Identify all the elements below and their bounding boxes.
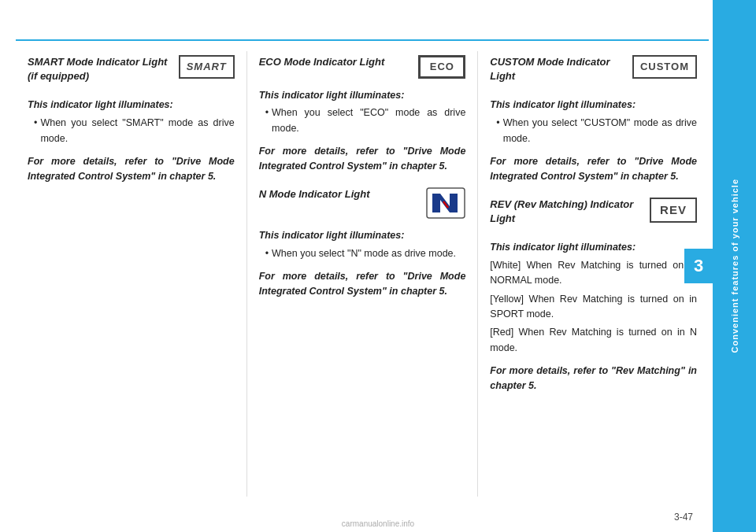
custom-illuminates-header: This indicator light illuminates:	[490, 98, 697, 113]
eco-illuminates-header: This indicator light illuminates:	[259, 88, 466, 103]
rev-section: REV (Rev Matching) Indicator Light REV T…	[490, 198, 697, 394]
chapter-number: 3	[694, 256, 703, 276]
eco-header: ECO Mode Indicator Light ECO	[259, 55, 466, 79]
column-smart: SMART Mode Indicator Light (if equipped)…	[16, 47, 246, 501]
smart-bullet-1: When you select "SMART" mode as drive mo…	[28, 116, 235, 146]
sidebar-label: Convenient features of your vehicle	[730, 179, 739, 353]
chapter-badge: 3	[684, 249, 713, 283]
smart-header: SMART Mode Indicator Light (if equipped)…	[28, 55, 235, 88]
custom-more-details: For more details, refer to "Drive Mode I…	[490, 154, 697, 185]
custom-badge: CUSTOM	[632, 55, 697, 79]
rev-yellow: [Yellow] When Rev Matching is turned on …	[490, 292, 697, 323]
column-custom: CUSTOM Mode Indicator Light CUSTOM This …	[478, 47, 709, 501]
custom-title: CUSTOM Mode Indicator Light	[490, 55, 626, 83]
top-line	[16, 39, 709, 41]
smart-badge: SMART	[179, 55, 235, 79]
n-more-details: For more details, refer to "Drive Mode I…	[259, 269, 466, 300]
rev-badge: REV	[650, 198, 697, 224]
n-logo-icon	[426, 187, 465, 219]
n-bullet-1: When you select "N" mode as drive mode.	[259, 246, 466, 261]
eco-more-details: For more details, refer to "Drive Mode I…	[259, 144, 466, 175]
main-content: SMART Mode Indicator Light (if equipped)…	[16, 47, 709, 501]
right-sidebar: Convenient features of your vehicle	[713, 0, 756, 532]
eco-badge: ECO	[418, 55, 465, 79]
rev-header: REV (Rev Matching) Indicator Light REV	[490, 198, 697, 231]
rev-more-details: For more details, refer to "Rev Matching…	[490, 364, 697, 394]
n-mode-badge	[426, 187, 465, 219]
n-mode-section: N Mode Indicator Light This indicator li…	[259, 187, 466, 300]
smart-more-details: For more details, refer to "Drive Mode I…	[28, 154, 235, 185]
rev-red: [Red] When Rev Matching is turned on in …	[490, 325, 697, 356]
n-mode-header: N Mode Indicator Light	[259, 187, 466, 219]
column-eco: ECO Mode Indicator Light ECO This indica…	[247, 47, 478, 501]
eco-title: ECO Mode Indicator Light	[259, 55, 385, 69]
rev-white: [White] When Rev Matching is turned on i…	[490, 258, 697, 289]
eco-bullet-1: When you select "ECO" mode as drive mode…	[259, 105, 466, 136]
smart-illuminates-header: This indicator light illuminates:	[28, 98, 235, 113]
custom-header: CUSTOM Mode Indicator Light CUSTOM	[490, 55, 697, 88]
n-mode-title: N Mode Indicator Light	[259, 187, 370, 201]
custom-bullet-1: When you select "CUSTOM" mode as drive m…	[490, 116, 697, 146]
watermark: carmanualonline.info	[342, 519, 414, 528]
rev-illuminates-header: This indicator light illuminates:	[490, 240, 697, 255]
n-illuminates-header: This indicator light illuminates:	[259, 228, 466, 243]
rev-title: REV (Rev Matching) Indicator Light	[490, 198, 643, 226]
smart-title: SMART Mode Indicator Light (if equipped)	[28, 55, 172, 83]
page-number: 3-47	[674, 512, 693, 523]
